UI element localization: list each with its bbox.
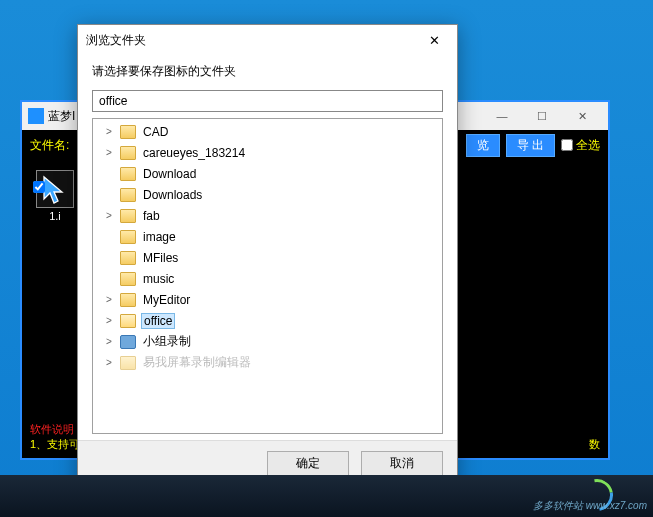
tree-item[interactable]: >易我屏幕录制编辑器: [93, 352, 442, 373]
folder-tree-container: >CAD>careueyes_183214DownloadDownloads>f…: [92, 118, 443, 434]
tree-item[interactable]: MFiles: [93, 247, 442, 268]
tree-item[interactable]: >fab: [93, 205, 442, 226]
tree-item[interactable]: >CAD: [93, 121, 442, 142]
tree-item[interactable]: Downloads: [93, 184, 442, 205]
folder-icon: [120, 167, 136, 181]
browse-folder-dialog: 浏览文件夹 ✕ 请选择要保存图标的文件夹 >CAD>careueyes_1832…: [77, 24, 458, 491]
tree-item[interactable]: >careueyes_183214: [93, 142, 442, 163]
folder-icon: [120, 230, 136, 244]
tree-item-label: Downloads: [141, 188, 204, 202]
tree-item-label: 易我屏幕录制编辑器: [141, 354, 253, 371]
browse-button[interactable]: 览: [466, 134, 500, 157]
tree-item[interactable]: Download: [93, 163, 442, 184]
tree-item[interactable]: >office: [93, 310, 442, 331]
folder-icon: [120, 125, 136, 139]
folder-icon: [120, 272, 136, 286]
expand-icon[interactable]: >: [103, 315, 115, 326]
minimize-button[interactable]: —: [482, 105, 522, 127]
expand-icon[interactable]: >: [103, 294, 115, 305]
tree-item-label: Download: [141, 167, 198, 181]
folder-open-icon: [120, 314, 136, 328]
taskbar[interactable]: 多多软件站 www.xz7.com: [0, 475, 653, 517]
tree-item-label: 小组录制: [141, 333, 193, 350]
watermark-text: 多多软件站 www.xz7.com: [533, 499, 647, 513]
tree-item-label: office: [141, 313, 175, 329]
tree-item-label: MFiles: [141, 251, 180, 265]
expand-icon[interactable]: >: [103, 126, 115, 137]
thumb-checkbox[interactable]: [33, 181, 45, 193]
dialog-subtitle: 请选择要保存图标的文件夹: [78, 55, 457, 86]
folder-icon: [120, 146, 136, 160]
app-icon: [28, 108, 44, 124]
tree-item-label: music: [141, 272, 176, 286]
ok-button[interactable]: 确定: [267, 451, 349, 476]
tree-item[interactable]: >小组录制: [93, 331, 442, 352]
select-all-input[interactable]: [561, 139, 573, 151]
tree-item-label: CAD: [141, 125, 170, 139]
folder-icon: [120, 209, 136, 223]
folder-name-input[interactable]: [92, 90, 443, 112]
export-button[interactable]: 导 出: [506, 134, 555, 157]
folder-tree[interactable]: >CAD>careueyes_183214DownloadDownloads>f…: [93, 119, 442, 433]
folder-icon: [120, 356, 136, 370]
close-button[interactable]: ✕: [562, 105, 602, 127]
tree-item[interactable]: image: [93, 226, 442, 247]
tree-item-label: careueyes_183214: [141, 146, 247, 160]
close-icon[interactable]: ✕: [419, 25, 449, 55]
maximize-button[interactable]: ☐: [522, 105, 562, 127]
icon-thumbnail[interactable]: 1.i: [32, 170, 78, 222]
tree-item[interactable]: music: [93, 268, 442, 289]
tree-item-label: fab: [141, 209, 162, 223]
folder-icon: [120, 293, 136, 307]
expand-icon[interactable]: >: [103, 357, 115, 368]
dialog-titlebar[interactable]: 浏览文件夹 ✕: [78, 25, 457, 55]
desktop: 蓝梦I — ☐ ✕ 文件名: 览 导 出 全选 1.i: [0, 0, 653, 517]
expand-icon[interactable]: >: [103, 210, 115, 221]
select-all-checkbox[interactable]: 全选: [561, 137, 600, 154]
filename-label: 文件名:: [30, 137, 69, 154]
select-all-label: 全选: [576, 137, 600, 154]
folder-icon: [120, 251, 136, 265]
footer-right: 数: [589, 437, 600, 452]
monitor-icon: [120, 335, 136, 349]
expand-icon[interactable]: >: [103, 336, 115, 347]
tree-item-label: MyEditor: [141, 293, 192, 307]
tree-item-label: image: [141, 230, 178, 244]
expand-icon[interactable]: >: [103, 147, 115, 158]
folder-icon: [120, 188, 136, 202]
tree-item[interactable]: >MyEditor: [93, 289, 442, 310]
dialog-title: 浏览文件夹: [86, 32, 419, 49]
cancel-button[interactable]: 取消: [361, 451, 443, 476]
thumb-label: 1.i: [32, 210, 78, 222]
